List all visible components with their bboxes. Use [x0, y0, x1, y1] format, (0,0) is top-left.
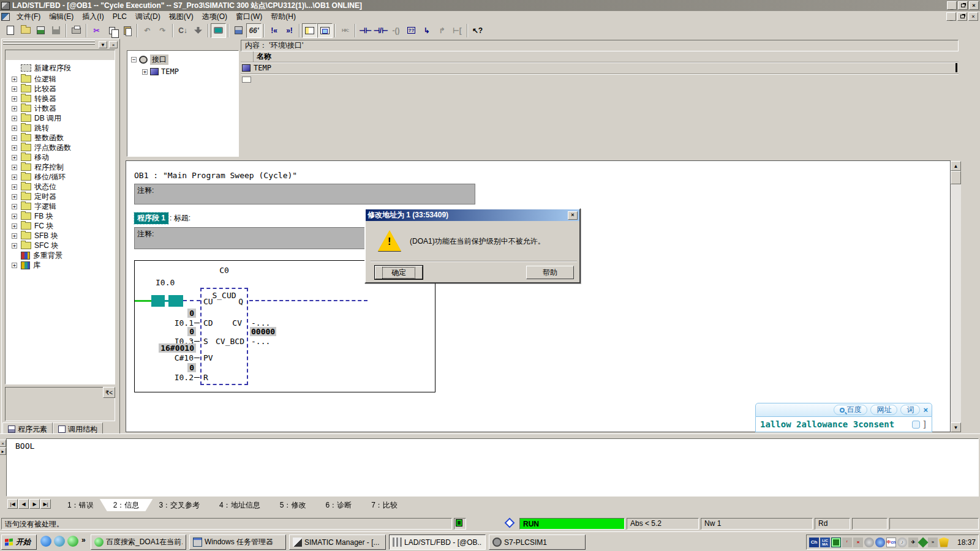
cut-button[interactable]: ✂	[89, 23, 104, 38]
expand-icon[interactable]: +	[12, 126, 17, 131]
help-button[interactable]: 帮助	[526, 266, 574, 279]
menu-options[interactable]: 选项(O)	[198, 11, 232, 23]
expand-icon[interactable]: +	[12, 135, 17, 141]
tree-item-fb-blocks[interactable]: +FB 块	[6, 211, 115, 221]
overview-toggle-button[interactable]: ₹<	[103, 387, 115, 398]
close-button[interactable]: ×	[969, 1, 979, 10]
task-baidu-search[interactable]: 百度搜索_DOA1在当前...	[91, 534, 186, 550]
new-network-button[interactable]: HK:	[337, 23, 353, 38]
next-error-button[interactable]: »!	[282, 23, 297, 38]
save-button[interactable]	[48, 23, 64, 38]
expand-icon[interactable]: +	[12, 204, 17, 209]
empty-box-button[interactable]: ??	[404, 23, 419, 38]
task-s7-plcsim[interactable]: S7-PLCSIM1	[489, 534, 586, 550]
scrollbar-thumb[interactable]	[951, 171, 961, 184]
tree-item-sfb-blocks[interactable]: +SFB 块	[6, 231, 115, 241]
paste-button[interactable]	[119, 23, 135, 38]
quicklaunch-overflow-chevron[interactable]: »	[81, 536, 86, 544]
tab-scroll-first-button[interactable]: |◀	[7, 499, 18, 509]
tree-item-counter[interactable]: +计数器	[6, 103, 115, 113]
tree-item-program-control[interactable]: +程序控制	[6, 162, 115, 172]
symbol-information-button[interactable]: 66'	[246, 23, 262, 38]
view-detail-button[interactable]	[317, 23, 333, 38]
tray-cd-icon[interactable]	[864, 538, 874, 547]
tree-item-bit-logic[interactable]: +位逻辑	[6, 74, 115, 84]
scroll-down-button[interactable]: ▼	[951, 422, 961, 432]
tray-tool-icon[interactable]: ✈	[908, 538, 918, 547]
menu-view[interactable]: 视图(V)	[165, 11, 198, 23]
tree-item-fc-blocks[interactable]: +FC 块	[6, 221, 115, 231]
output-close-button[interactable]: ×	[0, 440, 6, 447]
tab-modify[interactable]: 5：修改	[266, 499, 320, 511]
collapse-icon[interactable]: −	[131, 57, 137, 62]
mdi-document-icon[interactable]	[1, 13, 10, 21]
tree-item-comparator[interactable]: +比较器	[6, 84, 115, 94]
contact-bar-left[interactable]	[151, 295, 165, 307]
output-expand-button[interactable]: ▸	[0, 448, 6, 455]
tray-language-ch-icon[interactable]: Ch	[809, 538, 819, 547]
help-cursor-button[interactable]: ↖?	[470, 23, 485, 38]
expand-icon[interactable]: +	[12, 263, 17, 268]
tray-ime-cn-icon[interactable]: 中cn	[886, 538, 896, 547]
view-lad-overview-button[interactable]	[302, 23, 317, 38]
expand-icon[interactable]: +	[12, 116, 17, 121]
editor-vertical-scrollbar[interactable]: ▲ ▼	[951, 161, 961, 432]
tree-item-status-bits[interactable]: +状态位	[6, 182, 115, 192]
menu-edit[interactable]: 编辑(E)	[45, 11, 78, 23]
network-title-line[interactable]: 程序段 1 : 标题:	[134, 212, 190, 224]
tray-clock-icon[interactable]	[875, 538, 885, 547]
tab-errors[interactable]: 1：错误	[54, 499, 107, 511]
tree-node-temp[interactable]: + TEMP	[142, 67, 238, 76]
expand-icon[interactable]: +	[12, 184, 17, 190]
quicklaunch-browser-icon[interactable]	[54, 536, 65, 547]
tree-node-interface[interactable]: − 接口	[131, 54, 238, 65]
expand-icon[interactable]: +	[12, 145, 17, 151]
counter-name[interactable]: C0	[200, 266, 248, 275]
previous-error-button[interactable]: !«	[266, 23, 282, 38]
menu-window[interactable]: 窗口(W)	[232, 11, 266, 23]
tree-item-sfc-blocks[interactable]: +SFC 块	[6, 241, 115, 250]
tray-volume-muted-icon[interactable]: ×	[853, 538, 863, 547]
minimize-button[interactable]: _	[947, 1, 957, 10]
download-button[interactable]	[190, 23, 206, 38]
dialog-title-bar[interactable]: 修改地址为 1 (33:53409) ×	[366, 209, 579, 221]
palette-grip2[interactable]	[3, 43, 95, 45]
tree-item-integer-fn[interactable]: +整数函数	[6, 133, 115, 143]
address-identification-button[interactable]	[231, 23, 246, 38]
mdi-close-button[interactable]: ×	[968, 12, 978, 21]
open-branch-button[interactable]: ↳	[419, 23, 434, 38]
palette-dropdown-button[interactable]: ▼	[99, 41, 107, 48]
menu-plc[interactable]: PLC	[108, 12, 131, 21]
mdi-minimize-button[interactable]: _	[946, 12, 956, 21]
tree-item-converter[interactable]: +转换器	[6, 94, 115, 103]
expand-icon[interactable]: +	[12, 155, 17, 160]
ime-word-tab[interactable]: 词	[900, 405, 920, 415]
counter-block[interactable]: S_CUD CU Q CD CV S CV_BCD PV R	[200, 288, 248, 385]
tab-diagnostics[interactable]: 6：诊断	[312, 499, 365, 511]
task-lad-stl-fbd[interactable]: LAD/STL/FBD - [@OB...	[389, 534, 486, 550]
print-button[interactable]	[69, 23, 84, 38]
expand-icon[interactable]: +	[12, 214, 17, 219]
tree-item-db-call[interactable]: +DB 调用	[6, 113, 115, 123]
normally-closed-contact-button[interactable]: ⊣/⊢	[373, 23, 388, 38]
close-branch-button[interactable]: ↱	[434, 23, 450, 38]
lad-editor[interactable]: OB1 : "Main Program Sweep (Cycle)" 注释: 程…	[126, 160, 951, 432]
contact-operand[interactable]: I0.0	[156, 278, 175, 287]
tab-info[interactable]: 2：信息	[100, 499, 153, 511]
quicklaunch-green-icon[interactable]	[67, 536, 78, 547]
tree-item-move[interactable]: +移动	[6, 152, 115, 162]
expand-icon[interactable]: +	[12, 233, 17, 239]
menu-debug[interactable]: 调试(D)	[131, 11, 165, 23]
copy-button[interactable]	[104, 23, 119, 38]
expand-icon[interactable]: +	[12, 194, 17, 200]
expand-icon[interactable]: +	[142, 69, 148, 75]
block-comment-box[interactable]: 注释:	[134, 184, 475, 204]
tree-item-libraries[interactable]: +库	[6, 260, 115, 270]
menu-file[interactable]: 文件(F)	[12, 11, 45, 23]
open-button[interactable]	[18, 23, 33, 38]
redo-button[interactable]: ↷	[155, 23, 170, 38]
expand-icon[interactable]: +	[12, 77, 17, 82]
tray-simatic-green-icon[interactable]	[831, 538, 841, 547]
ime-close-icon[interactable]: ×	[923, 405, 928, 414]
ok-button[interactable]: 确定	[375, 266, 423, 279]
